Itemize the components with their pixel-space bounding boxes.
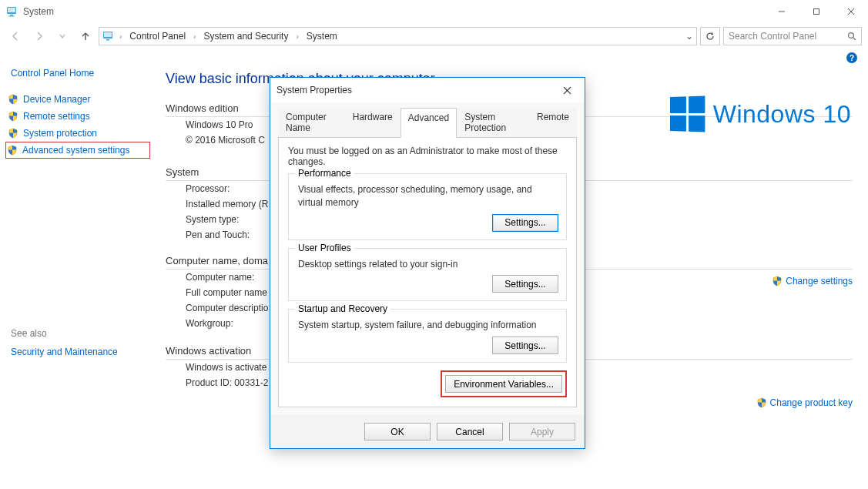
group-user-profiles: User Profiles Desktop settings related t… — [288, 248, 567, 302]
refresh-button[interactable] — [700, 27, 720, 45]
dialog-footer: OK Cancel Apply — [270, 415, 585, 448]
address-bar[interactable]: › Control Panel › System and Security › … — [99, 27, 697, 45]
svg-rect-9 — [104, 32, 112, 37]
chevron-down-icon[interactable]: ⌄ — [685, 31, 693, 42]
svg-rect-10 — [106, 39, 109, 41]
chevron-right-icon: › — [193, 32, 196, 41]
cancel-button[interactable]: Cancel — [437, 423, 503, 440]
help-row: ? — [0, 49, 868, 66]
tab-hardware[interactable]: Hardware — [345, 107, 400, 137]
see-also-link[interactable]: Security and Maintenance — [11, 345, 147, 359]
admin-note: You must be logged on as an Administrato… — [288, 146, 567, 167]
dialog-titlebar[interactable]: System Properties — [270, 78, 585, 102]
svg-rect-1 — [8, 8, 15, 12]
tab-advanced[interactable]: Advanced — [400, 108, 457, 138]
group-legend: Performance — [295, 168, 354, 179]
group-legend: Startup and Recovery — [295, 303, 390, 314]
windows-brand-text: Windows 10 — [713, 100, 851, 129]
env-var-highlight: Environment Variables... — [441, 370, 567, 397]
tab-system-protection[interactable]: System Protection — [457, 107, 529, 137]
group-legend: User Profiles — [295, 243, 354, 253]
sidebar-item-label: Device Manager — [23, 94, 90, 105]
minimize-button[interactable] — [764, 0, 799, 23]
breadcrumb-item[interactable]: System and Security — [200, 29, 291, 43]
group-desc: Visual effects, processor scheduling, me… — [298, 183, 558, 209]
dialog-title: System Properties — [276, 85, 352, 95]
sidebar-item-remote-settings[interactable]: Remote settings — [6, 108, 147, 125]
group-desc: Desktop settings related to your sign-in — [298, 258, 558, 271]
breadcrumb-item[interactable]: Control Panel — [126, 29, 189, 43]
svg-rect-2 — [10, 15, 13, 16]
sidebar-item-system-protection[interactable]: System protection — [6, 125, 147, 142]
change-settings-link[interactable]: Change settings — [772, 276, 853, 286]
system-icon — [102, 30, 115, 42]
tab-content-advanced: You must be logged on as an Administrato… — [278, 138, 577, 407]
forward-button[interactable] — [29, 26, 49, 46]
back-button[interactable] — [6, 26, 26, 46]
windows-logo-icon — [670, 96, 705, 132]
chevron-right-icon: › — [296, 32, 298, 41]
sidebar-item-advanced-system-settings[interactable]: Advanced system settings — [5, 142, 150, 159]
system-icon — [6, 5, 18, 18]
change-product-key-link[interactable]: Change product key — [756, 397, 853, 408]
group-startup-recovery: Startup and Recovery System startup, sys… — [288, 309, 567, 363]
ok-button[interactable]: OK — [364, 423, 431, 440]
shield-icon — [8, 111, 18, 122]
user-profiles-settings-button[interactable]: Settings... — [492, 275, 558, 293]
nav-row: › Control Panel › System and Security › … — [0, 23, 868, 49]
chevron-right-icon: › — [119, 32, 122, 41]
window-title: System — [23, 6, 54, 17]
sidebar-item-label: Advanced system settings — [22, 145, 129, 156]
shield-icon — [8, 128, 18, 139]
group-performance: Performance Visual effects, processor sc… — [288, 173, 567, 240]
startup-recovery-settings-button[interactable]: Settings... — [492, 337, 558, 354]
see-also-heading: See also — [11, 328, 147, 339]
tab-computer-name[interactable]: Computer Name — [278, 107, 345, 137]
up-button[interactable] — [75, 26, 96, 46]
search-input[interactable]: Search Control Panel — [723, 27, 862, 45]
shield-icon — [756, 397, 767, 408]
maximize-button[interactable] — [799, 0, 833, 23]
shield-icon — [772, 276, 783, 286]
recent-button[interactable] — [52, 26, 72, 46]
windows-logo: Windows 10 — [670, 97, 851, 131]
control-panel-home-link[interactable]: Control Panel Home — [11, 66, 147, 80]
change-product-key-label: Change product key — [770, 397, 853, 408]
title-bar: System — [0, 0, 868, 23]
group-desc: System startup, system failure, and debu… — [298, 319, 558, 332]
apply-button[interactable]: Apply — [509, 423, 575, 440]
environment-variables-button[interactable]: Environment Variables... — [445, 375, 562, 393]
shield-icon — [7, 145, 18, 156]
breadcrumb-item[interactable]: System — [303, 29, 340, 43]
sidebar: Control Panel Home Device Manager Remote… — [0, 66, 158, 489]
svg-rect-3 — [8, 16, 15, 17]
tab-remote[interactable]: Remote — [529, 107, 577, 137]
performance-settings-button[interactable]: Settings... — [492, 214, 558, 232]
sidebar-item-device-manager[interactable]: Device Manager — [6, 91, 147, 108]
shield-icon — [8, 94, 18, 105]
sidebar-item-label: System protection — [23, 128, 97, 139]
help-icon[interactable]: ? — [846, 52, 857, 63]
change-settings-label: Change settings — [786, 276, 853, 286]
dialog-close-button[interactable] — [555, 81, 578, 99]
close-button[interactable] — [833, 0, 868, 23]
search-placeholder: Search Control Panel — [729, 31, 847, 42]
system-properties-dialog: System Properties Computer Name Hardware… — [270, 77, 585, 449]
sidebar-item-label: Remote settings — [23, 111, 90, 122]
search-icon — [847, 32, 856, 41]
dialog-tabs: Computer Name Hardware Advanced System P… — [278, 107, 577, 138]
svg-rect-5 — [813, 9, 819, 15]
svg-point-11 — [849, 33, 854, 39]
svg-line-12 — [853, 38, 856, 40]
